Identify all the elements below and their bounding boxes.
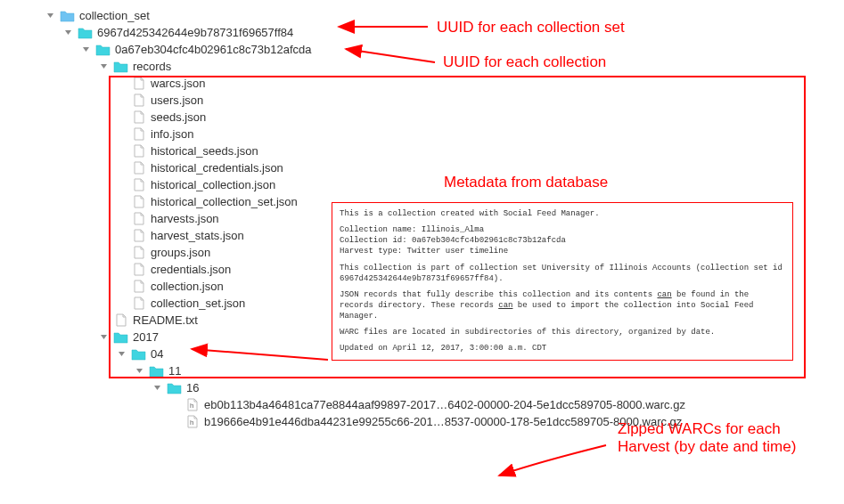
file-label: credentials.json xyxy=(151,263,231,276)
file-label: warcs.json xyxy=(151,77,205,90)
annotation-metadata: Metadata from database xyxy=(444,174,608,191)
tree-row-file[interactable]: historical_seeds.json xyxy=(45,142,844,159)
folder-icon xyxy=(130,347,146,362)
folder-icon xyxy=(166,381,182,395)
annotation-uuid-coll: UUID for each collection xyxy=(443,53,606,71)
file-icon xyxy=(130,93,146,108)
annotation-warcs-2: Harvest (by date and time) xyxy=(618,438,796,456)
file-icon xyxy=(130,161,146,175)
chevron-down-icon[interactable] xyxy=(98,332,109,343)
readme-preview: This is a collection created with Social… xyxy=(332,202,793,361)
folder-icon xyxy=(112,60,128,74)
annotation-uuid-set: UUID for each collection set xyxy=(437,19,625,37)
file-label: collection_set.json xyxy=(151,297,245,310)
file-icon xyxy=(130,127,146,142)
folder-icon xyxy=(94,43,111,57)
folder-label: 16 xyxy=(186,381,199,394)
folder-label: records xyxy=(133,60,171,73)
file-icon xyxy=(130,229,146,243)
file-icon xyxy=(130,263,146,277)
annotation-warcs-1: Zipped WARCs for each xyxy=(618,420,781,438)
readme-line: Harvest type: Twitter user timeline xyxy=(340,246,785,256)
file-icon xyxy=(130,178,146,192)
file-label: harvests.json xyxy=(151,212,219,225)
folder-label: 6967d425342644e9b78731f69657ff84 xyxy=(97,26,293,39)
file-label: seeds.json xyxy=(151,110,206,124)
file-h-icon xyxy=(184,398,200,412)
readme-line: Updated on April 12, 2017, 3:00:00 a.m. … xyxy=(340,343,785,354)
file-label: collection.json xyxy=(151,280,224,293)
file-label: harvest_stats.json xyxy=(151,229,244,242)
folder-label: collection_set xyxy=(79,9,150,22)
folder-icon xyxy=(59,9,75,23)
file-icon xyxy=(130,144,146,159)
readme-line: This collection is part of collection se… xyxy=(340,263,785,284)
folder-label: 0a67eb304cfc4b02961c8c73b12afcda xyxy=(115,43,311,56)
file-icon xyxy=(130,246,146,260)
folder-label: 2017 xyxy=(133,330,159,344)
folder-label: 04 xyxy=(151,347,163,361)
chevron-down-icon[interactable] xyxy=(80,45,91,55)
chevron-down-icon[interactable] xyxy=(62,28,73,38)
tree-row-file[interactable]: seeds.json xyxy=(45,109,844,126)
file-icon xyxy=(130,110,146,125)
file-icon xyxy=(112,313,128,328)
folder-icon xyxy=(77,26,93,40)
folder-icon xyxy=(112,330,128,345)
file-label: historical_seeds.json xyxy=(151,144,258,158)
tree-row-file[interactable]: info.json xyxy=(45,126,844,142)
file-label: users.json xyxy=(151,93,203,107)
file-label: historical_collection.json xyxy=(151,178,275,191)
chevron-down-icon[interactable] xyxy=(152,383,162,394)
tree-row-hour[interactable]: 16 xyxy=(45,379,844,396)
file-icon xyxy=(130,195,146,209)
tree-row-day[interactable]: 11 xyxy=(45,362,844,379)
tree-row-warc[interactable]: eb0b113b4a46481ca77e8844aaf99897-2017…64… xyxy=(45,396,844,413)
folder-icon xyxy=(148,364,164,378)
chevron-down-icon[interactable] xyxy=(45,11,55,21)
readme-line: WARC files are located in subdirectories… xyxy=(340,327,785,337)
readme-line: Collection id: 0a67eb304cfc4b02961c8c73b… xyxy=(340,235,785,246)
readme-line: JSON records that fully describe this co… xyxy=(340,289,785,321)
file-icon xyxy=(130,77,146,91)
tree-row-file[interactable]: users.json xyxy=(45,92,844,109)
tree-row-file[interactable]: warcs.json xyxy=(45,75,844,92)
file-h-icon xyxy=(184,415,200,429)
file-label: groups.json xyxy=(151,246,210,259)
readme-line: This is a collection created with Social… xyxy=(340,208,785,219)
file-label: b19666e4b91e446dba44231e99255c66-201…853… xyxy=(204,415,682,428)
folder-label: 11 xyxy=(168,364,181,378)
file-icon xyxy=(130,212,146,226)
file-icon xyxy=(130,297,146,311)
chevron-down-icon[interactable] xyxy=(116,349,127,360)
chevron-down-icon[interactable] xyxy=(134,366,144,377)
file-icon xyxy=(130,280,146,294)
file-label: historical_collection_set.json xyxy=(151,195,298,208)
file-label: eb0b113b4a46481ca77e8844aaf99897-2017…64… xyxy=(204,398,685,411)
file-label: historical_credentials.json xyxy=(151,161,283,175)
file-label: README.txt xyxy=(133,313,198,327)
chevron-down-icon[interactable] xyxy=(98,61,109,72)
file-label: info.json xyxy=(151,127,193,141)
readme-line: Collection name: Illinois_Alma xyxy=(340,224,785,235)
